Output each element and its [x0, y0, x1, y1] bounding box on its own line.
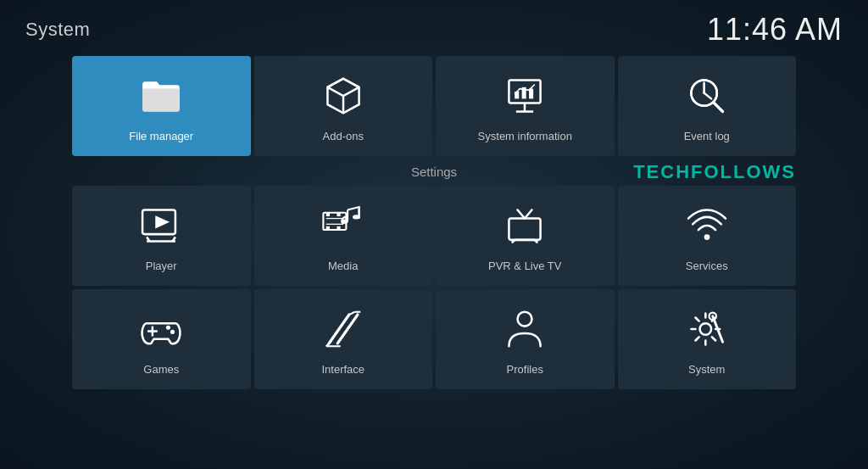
tile-services[interactable]: Services	[618, 186, 797, 286]
svg-line-32	[518, 210, 525, 219]
services-icon-container	[684, 200, 730, 251]
media-icon-container	[320, 200, 366, 251]
svg-line-44	[349, 312, 355, 315]
techfollows-watermark: TECHFOLLOWS	[633, 161, 796, 183]
tile-event-log[interactable]: Event log	[618, 56, 797, 156]
svg-rect-22	[326, 226, 330, 230]
svg-point-49	[518, 312, 532, 327]
games-icon	[138, 306, 184, 352]
profiles-icon	[502, 306, 548, 352]
system-icon	[684, 306, 730, 352]
interface-icon-container	[320, 304, 366, 355]
header: System 11:46 AM	[0, 0, 868, 56]
system-icon-container	[684, 304, 730, 355]
tile-player[interactable]: Player	[72, 186, 251, 286]
settings-row-1: Player	[72, 186, 796, 286]
tile-add-ons[interactable]: Add-ons	[254, 56, 433, 156]
svg-rect-31	[509, 219, 541, 240]
player-icon	[138, 203, 184, 248]
svg-line-3	[343, 79, 359, 87]
player-label: Player	[146, 260, 177, 273]
pvr-icon-container	[502, 200, 548, 251]
games-label: Games	[143, 363, 179, 377]
player-icon-container	[138, 200, 184, 251]
services-icon	[684, 203, 730, 248]
addons-icon	[320, 73, 366, 119]
profiles-label: Profiles	[507, 363, 543, 377]
tile-file-manager[interactable]: File manager	[72, 56, 251, 156]
interface-icon	[320, 306, 366, 352]
svg-line-14	[713, 103, 722, 112]
tile-media[interactable]: Media	[254, 186, 433, 286]
event-log-icon	[684, 73, 730, 119]
tile-system[interactable]: System	[618, 289, 797, 389]
interface-label: Interface	[321, 363, 364, 377]
tile-pvr-live-tv[interactable]: PVR & Live TV	[436, 186, 615, 286]
settings-grid: Player	[0, 186, 868, 389]
tile-interface[interactable]: Interface	[254, 289, 433, 389]
clock: 11:46 AM	[707, 12, 843, 47]
svg-line-2	[327, 79, 343, 87]
system-information-label: System information	[478, 130, 572, 143]
tile-profiles[interactable]: Profiles	[436, 289, 615, 389]
profiles-icon-container	[502, 304, 548, 355]
tile-system-information[interactable]: System information	[436, 56, 615, 156]
app-title: System	[25, 19, 90, 41]
pvr-icon	[502, 203, 548, 248]
file-manager-icon-container	[138, 70, 184, 121]
settings-section-header: Settings TECHFOLLOWS	[0, 161, 868, 182]
add-ons-icon-container	[320, 70, 366, 121]
svg-rect-21	[326, 213, 330, 216]
svg-marker-19	[156, 215, 170, 228]
settings-row-2: Games Interface	[72, 289, 796, 389]
svg-line-33	[525, 210, 531, 219]
pvr-label: PVR & Live TV	[488, 260, 561, 273]
svg-point-50	[699, 323, 711, 335]
svg-rect-23	[337, 213, 340, 216]
file-manager-label: File manager	[129, 130, 193, 143]
system-label: System	[688, 363, 725, 377]
system-information-icon-container	[502, 70, 548, 121]
svg-point-37	[704, 234, 709, 240]
svg-point-40	[166, 326, 170, 330]
tile-games[interactable]: Games	[72, 289, 251, 389]
svg-point-41	[170, 330, 175, 334]
svg-line-12	[704, 93, 710, 99]
media-label: Media	[328, 260, 358, 273]
system-info-icon	[502, 73, 548, 119]
games-icon-container	[138, 304, 184, 355]
svg-rect-24	[337, 226, 340, 230]
event-log-label: Event log	[684, 130, 730, 143]
add-ons-label: Add-ons	[323, 130, 364, 143]
event-log-icon-container	[684, 70, 730, 121]
media-icon	[320, 203, 366, 248]
top-tiles-row: File manager Add-ons	[0, 56, 868, 156]
folder-icon	[138, 73, 184, 119]
services-label: Services	[686, 260, 728, 273]
